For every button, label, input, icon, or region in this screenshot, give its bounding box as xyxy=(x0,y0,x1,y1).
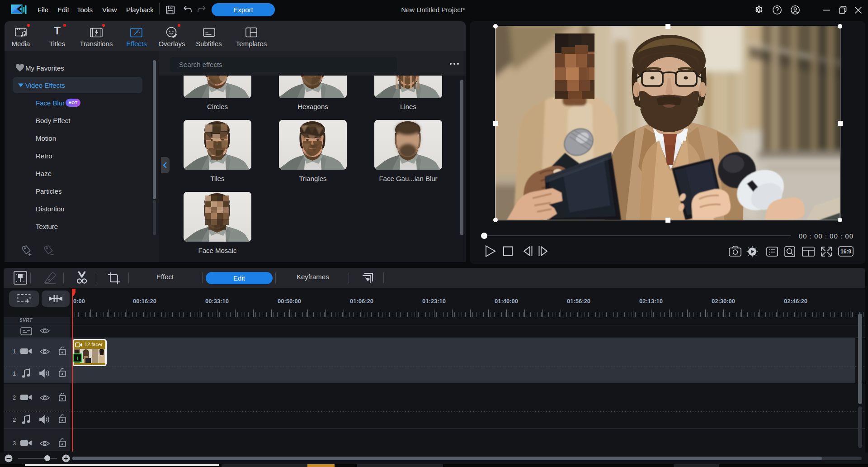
svg-text:16:9: 16:9 xyxy=(840,248,851,255)
